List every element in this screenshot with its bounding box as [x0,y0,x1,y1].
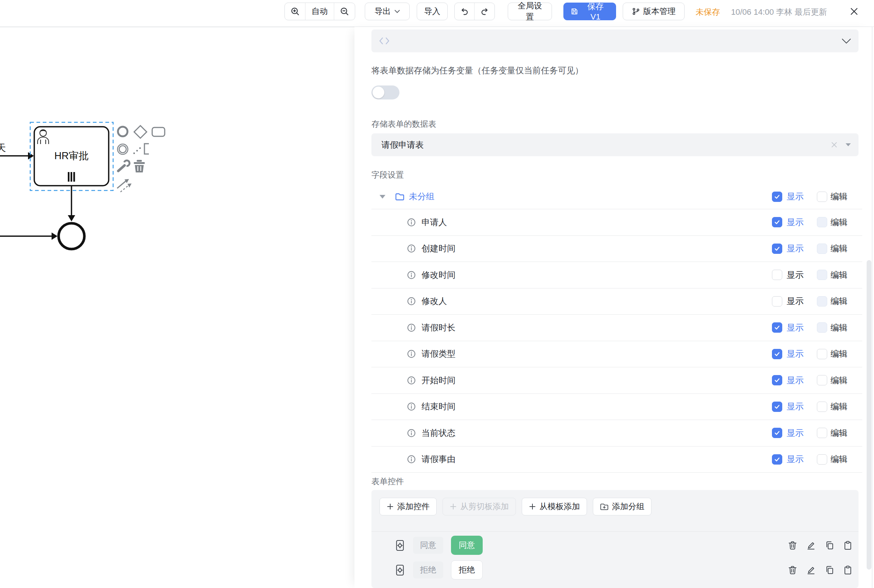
control-name-chip: 同意 [413,537,443,554]
task-variable-toggle[interactable] [372,86,399,99]
edit-checkbox[interactable] [817,375,827,386]
edit-checkbox[interactable] [817,270,827,280]
global-settings-label: 全局设置 [515,0,545,22]
field-row: 修改人 显示 编辑 [372,288,862,315]
toggle-knob [373,87,384,98]
folder-icon [395,193,405,201]
add-button[interactable]: 从剪切板添加 [442,498,516,515]
version-management-button[interactable]: 版本管理 [623,3,685,20]
edit-checkbox[interactable] [817,402,827,412]
field-label: 修改时间 [421,269,456,281]
wrench-icon[interactable] [118,159,130,171]
group-show-checkbox[interactable] [772,192,782,202]
append-gateway-icon[interactable] [134,126,147,138]
field-label: 当前状态 [421,428,456,439]
import-button[interactable]: 导入 [417,3,448,20]
zoom-auto-button[interactable]: 自动 [306,3,334,20]
end-event-node[interactable] [58,223,84,249]
paste-icon[interactable] [843,540,853,550]
append-task-icon[interactable] [152,128,165,136]
svg-text:天: 天 [0,142,6,153]
group-name[interactable]: 未分组 [409,191,435,202]
add-button[interactable]: 添加分组 [593,498,651,515]
collapse-triangle-icon[interactable] [379,195,385,199]
show-checkbox[interactable] [772,322,782,333]
field-row: 申请人 显示 编辑 [372,209,862,236]
zoom-in-icon [290,7,300,16]
delete-icon[interactable] [788,540,798,550]
show-checkbox[interactable] [772,243,782,254]
show-checkbox[interactable] [772,217,782,227]
info-icon [407,454,416,464]
edit-checkbox[interactable] [817,428,827,438]
append-end-event-icon[interactable] [118,127,127,136]
show-checkbox[interactable] [772,375,782,386]
edit-label: 编辑 [831,375,847,386]
info-icon [407,349,416,358]
plus-icon [450,503,457,510]
connect-icon[interactable] [117,179,132,192]
edit-checkbox[interactable] [817,217,827,227]
sequence-flow-out[interactable] [68,186,75,221]
control-row: 同意 同意 [372,535,859,556]
edit-checkbox[interactable] [817,322,827,333]
task-label: HR审批 [54,150,89,161]
add-button[interactable]: 添加控件 [379,498,437,515]
zoom-out-button[interactable] [334,3,355,20]
field-label: 创建时间 [421,243,456,254]
global-settings-button[interactable]: 全局设置 [508,3,552,20]
show-checkbox[interactable] [772,349,782,359]
edit-checkbox[interactable] [817,349,827,359]
clear-icon[interactable] [831,141,838,148]
control-preview-button[interactable]: 拒绝 [451,560,483,579]
show-checkbox[interactable] [772,402,782,412]
field-settings-label: 字段设置 [372,170,404,180]
folder-plus-icon [600,503,609,511]
show-checkbox[interactable] [772,270,782,280]
group-edit-checkbox[interactable] [817,192,827,202]
append-intermediate-event-icon[interactable] [117,144,128,154]
text-annotation-icon[interactable] [133,144,149,154]
control-name-chip: 拒绝 [413,561,443,578]
copy-icon[interactable] [825,540,834,550]
redo-button[interactable] [475,3,495,20]
datasheet-select[interactable]: 请假申请表 [372,134,859,156]
delete-icon[interactable] [788,565,798,575]
chevron-down-icon [394,10,400,13]
undo-button[interactable] [455,3,475,20]
export-button[interactable]: 导出 [365,3,410,20]
edit-checkbox[interactable] [817,454,827,465]
edit-icon[interactable] [806,540,816,550]
edit-checkbox[interactable] [817,243,827,254]
sequence-flow-in[interactable] [0,152,34,159]
show-checkbox[interactable] [772,454,782,465]
trash-icon[interactable] [134,160,145,172]
task-node-hr-approval[interactable]: HR审批 [34,127,109,186]
code-icon [379,37,390,45]
copy-icon[interactable] [825,565,834,575]
show-checkbox[interactable] [772,428,782,438]
zoom-in-button[interactable] [285,3,306,20]
last-updated-text: 10/06 14:00 李林 最后更新 [731,7,827,18]
bpmn-canvas[interactable]: 天 HR审批 [0,118,173,258]
edit-icon[interactable] [806,565,816,575]
field-label: 开始时间 [421,375,456,386]
add-button-label: 从剪切板添加 [460,501,509,512]
sequence-flow-in-2[interactable] [0,232,57,240]
field-row: 请假事由 显示 编辑 [372,447,862,473]
close-icon[interactable] [849,6,859,16]
save-label: 保存 V1 [582,1,609,22]
show-checkbox[interactable] [772,296,782,306]
code-section-collapsed[interactable] [372,30,859,52]
form-control-doc-icon [395,540,405,551]
control-preview-button[interactable]: 同意 [451,536,483,555]
paste-icon[interactable] [843,565,853,575]
collapse-chevron-icon[interactable] [842,38,851,44]
field-label: 申请人 [421,217,447,228]
scrollbar-thumb[interactable] [867,260,871,570]
field-row: 开始时间 显示 编辑 [372,368,862,394]
datasheet-value: 请假申请表 [381,139,424,151]
add-button[interactable]: 从模板添加 [522,498,587,515]
edit-checkbox[interactable] [817,296,827,306]
save-button[interactable]: 保存 V1 [564,3,616,20]
